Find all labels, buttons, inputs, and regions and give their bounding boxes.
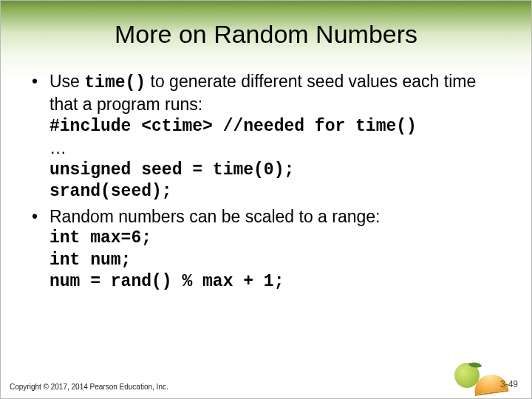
page-number: 3-49 bbox=[500, 379, 518, 389]
bullet-item: Use time() to generate different seed va… bbox=[27, 71, 505, 203]
slide: More on Random Numbers Use time() to gen… bbox=[0, 0, 532, 399]
code-line: srand(seed); bbox=[50, 181, 505, 202]
code-line: num = rand() % max + 1; bbox=[50, 271, 505, 293]
code-line: int num; bbox=[50, 250, 505, 271]
code-line: … bbox=[50, 137, 505, 159]
slide-body: Use time() to generate different seed va… bbox=[27, 71, 505, 293]
code-line: #include <ctime> //needed for time() bbox=[50, 116, 505, 137]
copyright-footer: Copyright © 2017, 2014 Pearson Education… bbox=[10, 383, 168, 391]
slide-title: More on Random Numbers bbox=[1, 20, 531, 49]
inline-code: time() bbox=[84, 73, 146, 92]
code-line: unsigned seed = time(0); bbox=[50, 160, 505, 181]
bullet-list: Use time() to generate different seed va… bbox=[27, 71, 505, 293]
code-line: int max=6; bbox=[50, 228, 505, 249]
bullet-text: Random numbers can be scaled to a range: bbox=[50, 207, 381, 226]
bullet-text: Use bbox=[50, 72, 84, 91]
bullet-item: Random numbers can be scaled to a range:… bbox=[27, 206, 505, 293]
